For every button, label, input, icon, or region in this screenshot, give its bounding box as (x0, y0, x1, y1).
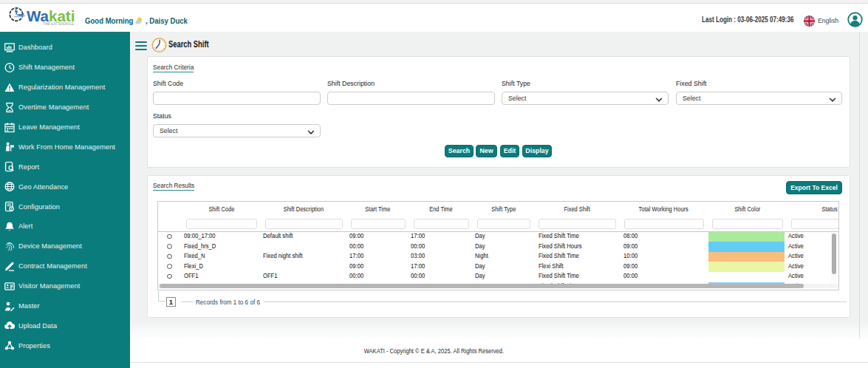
svg-text:TIME & ATTENDANCE: TIME & ATTENDANCE (43, 22, 74, 26)
